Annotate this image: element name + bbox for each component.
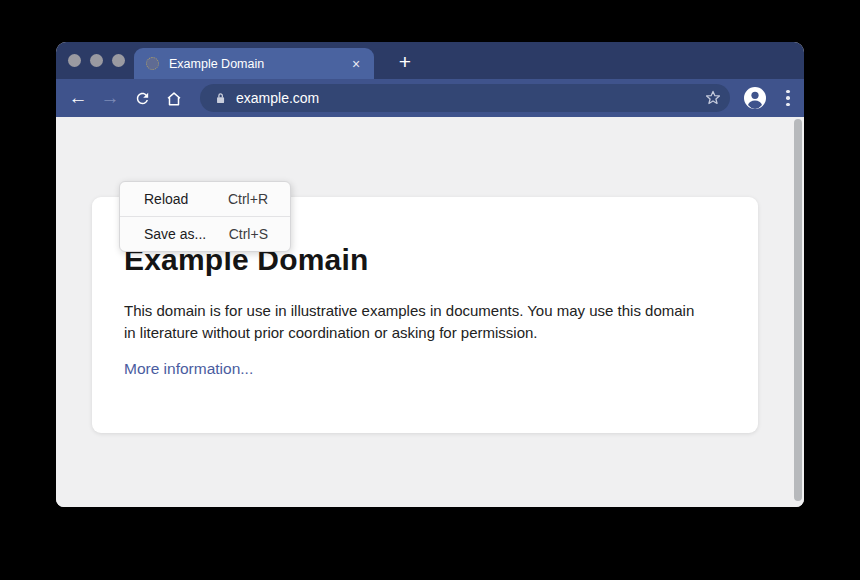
context-menu-item-reload[interactable]: Reload Ctrl+R: [120, 182, 290, 216]
more-information-link[interactable]: More information...: [124, 360, 253, 378]
address-bar[interactable]: example.com: [200, 84, 730, 112]
scrollbar-thumb[interactable]: [794, 119, 802, 501]
window-controls: [68, 54, 125, 67]
browser-menu-icon[interactable]: [778, 90, 798, 107]
tab-strip: Example Domain × +: [56, 42, 804, 79]
window-zoom-button[interactable]: [112, 54, 125, 67]
menu-item-label: Save as...: [144, 226, 206, 242]
lock-icon: [214, 91, 227, 106]
back-icon[interactable]: ←: [62, 79, 94, 117]
context-menu: Reload Ctrl+R Save as... Ctrl+S: [119, 181, 291, 252]
tab-close-icon[interactable]: ×: [348, 57, 364, 71]
forward-icon[interactable]: →: [94, 79, 126, 117]
bookmark-star-icon[interactable]: [704, 89, 722, 107]
new-tab-button[interactable]: +: [390, 48, 420, 78]
page-viewport: Example Domain This domain is for use in…: [56, 117, 804, 507]
globe-favicon-icon: [146, 57, 159, 70]
home-icon[interactable]: [158, 79, 190, 117]
scrollbar-track[interactable]: [793, 117, 803, 507]
url-text[interactable]: example.com: [236, 90, 704, 106]
window-minimize-button[interactable]: [90, 54, 103, 67]
window-close-button[interactable]: [68, 54, 81, 67]
reload-icon[interactable]: [126, 79, 158, 117]
tab-title: Example Domain: [169, 57, 348, 71]
menu-item-shortcut: Ctrl+S: [229, 226, 268, 242]
menu-item-shortcut: Ctrl+R: [228, 191, 268, 207]
browser-window: Example Domain × + ← → example.com: [56, 42, 804, 507]
context-menu-item-save-as[interactable]: Save as... Ctrl+S: [120, 216, 290, 251]
profile-avatar-icon[interactable]: [743, 86, 767, 110]
menu-item-label: Reload: [144, 191, 188, 207]
page-paragraph: This domain is for use in illustrative e…: [124, 300, 709, 343]
navigation-toolbar: ← → example.com: [56, 79, 804, 117]
browser-tab[interactable]: Example Domain ×: [134, 48, 374, 79]
